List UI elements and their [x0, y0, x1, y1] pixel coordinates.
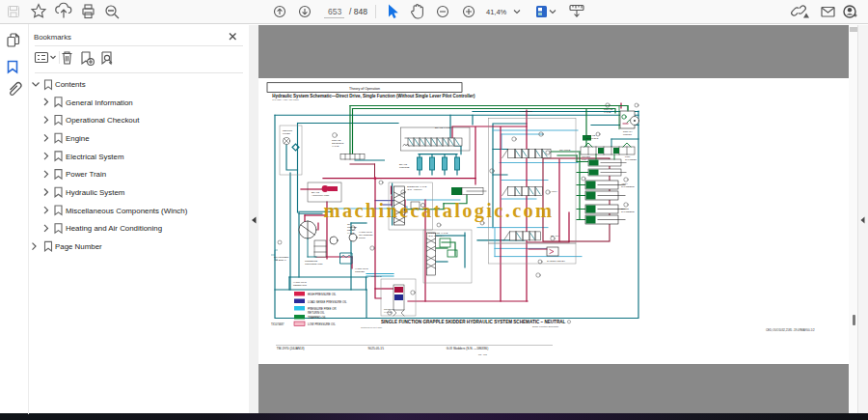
- svg-text:Continued on next page: Continued on next page: [361, 326, 383, 328]
- svg-text:LOAD SENSE PRESSURE OIL: LOAD SENSE PRESSURE OIL: [308, 300, 347, 304]
- svg-text:COMPENSATOR: COMPENSATOR: [305, 263, 323, 266]
- svg-text:VALVE: VALVE: [332, 145, 339, 148]
- svg-text:ACCUMULATOR: ACCUMULATOR: [312, 194, 330, 197]
- svg-text:AIR BREAK: AIR BREAK: [274, 259, 286, 262]
- svg-text:CYLINDERS: CYLINDERS: [621, 185, 635, 188]
- svg-text:CYLINDERS: CYLINDERS: [621, 210, 635, 213]
- svg-text:TX1074687: TX1074687: [271, 322, 285, 326]
- svg-text:FILTER: FILTER: [283, 132, 290, 135]
- svg-text:MANIFOLD: MANIFOLD: [586, 137, 599, 140]
- svg-text:SINGLE FUNCTION GRAPPLE SKIDDE: SINGLE FUNCTION GRAPPLE SKIDDER HYDRAULI…: [381, 320, 566, 324]
- svg-text:BRAKE VALVE: BRAKE VALVE: [435, 126, 451, 129]
- svg-text:VALVE: VALVE: [384, 311, 392, 314]
- svg-text:(S.N. 675097- ): (S.N. 675097- ): [428, 235, 445, 238]
- svg-text:(S.N. -675096): (S.N. -675096): [407, 188, 422, 191]
- svg-text:HYDRAULIC: HYDRAULIC: [368, 275, 382, 278]
- svg-text:/ 848: / 848: [349, 7, 367, 16]
- svg-text:Single Function Schematic: Single Function Schematic: [532, 325, 559, 327]
- svg-text:FLOT PORT: FLOT PORT: [520, 110, 533, 113]
- svg-text:ARCH: ARCH: [551, 190, 557, 193]
- svg-text:TRAPPED OIL: TRAPPED OIL: [308, 316, 327, 320]
- svg-text:G-III Skidders (S.N. —586336): G-III Skidders (S.N. —586336): [447, 347, 488, 350]
- svg-text:RESERVOIR: RESERVOIR: [293, 284, 307, 287]
- svg-text:VALVE: VALVE: [604, 111, 611, 114]
- svg-text:machinecatalogic.com: machinecatalogic.com: [324, 200, 555, 222]
- svg-text:LOW PRESSURE OIL: LOW PRESSURE OIL: [308, 322, 336, 326]
- svg-text:PUMP: PUMP: [359, 237, 366, 239]
- svg-text:41,4%: 41,4%: [486, 8, 507, 16]
- svg-text:RETURN OIL: RETURN OIL: [308, 311, 325, 315]
- svg-text:9025-05-15: 9025-05-15: [368, 347, 385, 350]
- svg-text:Theory of Operation: Theory of Operation: [349, 87, 380, 91]
- svg-text:Hydraulic System Schematic—Dir: Hydraulic System Schematic—Direct Drive,…: [272, 94, 475, 98]
- svg-text:LINK: LINK: [582, 158, 587, 161]
- svg-text:PISTONS: PISTONS: [399, 166, 410, 169]
- svg-text:VALVE: VALVE: [347, 232, 355, 235]
- svg-text:CED,OUO1032,2185 -19-09MAY00-: CED,OUO1032,2185 -19-09MAY00-1/2: [766, 328, 815, 332]
- svg-text:SYSTEM RELIEF: SYSTEM RELIEF: [547, 260, 565, 263]
- svg-text:TM-1970 (24JAN13): TM-1970 (24JAN13): [277, 347, 305, 350]
- svg-text:SE AUX: SE AUX: [551, 235, 559, 238]
- svg-text:HIGH PRESSURE OIL: HIGH PRESSURE OIL: [308, 293, 337, 296]
- svg-text:TX14786 —UN—18APR00: TX14786 —UN—18APR00: [272, 98, 299, 100]
- svg-text:653: 653: [328, 7, 341, 16]
- svg-text:PN=405: PN=405: [478, 353, 487, 356]
- svg-text:MOTOR: MOTOR: [623, 133, 632, 136]
- svg-text:GRAPPLE: GRAPPLE: [559, 149, 571, 152]
- svg-text:COOLER: COOLER: [355, 270, 365, 273]
- svg-text:CYLINDER: CYLINDER: [625, 158, 637, 161]
